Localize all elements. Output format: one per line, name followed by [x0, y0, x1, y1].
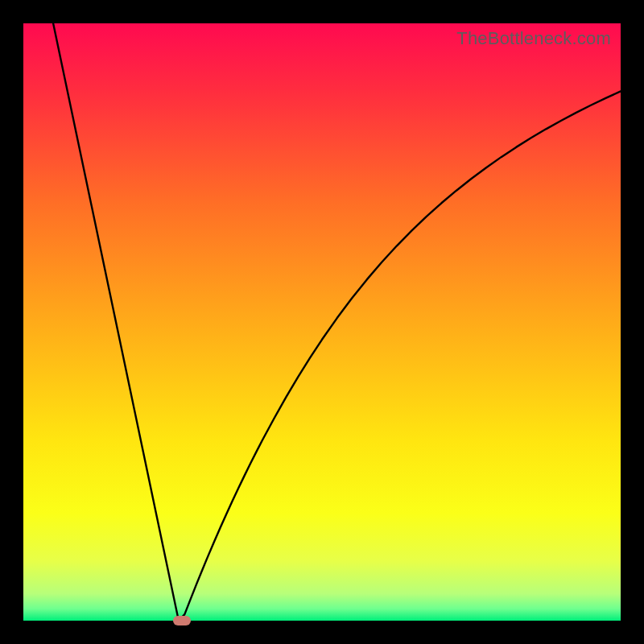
- chart-frame: TheBottleneck.com: [0, 0, 644, 644]
- plot-area: TheBottleneck.com: [23, 23, 621, 621]
- minimum-marker: [173, 616, 191, 625]
- bottleneck-curve: [23, 23, 621, 621]
